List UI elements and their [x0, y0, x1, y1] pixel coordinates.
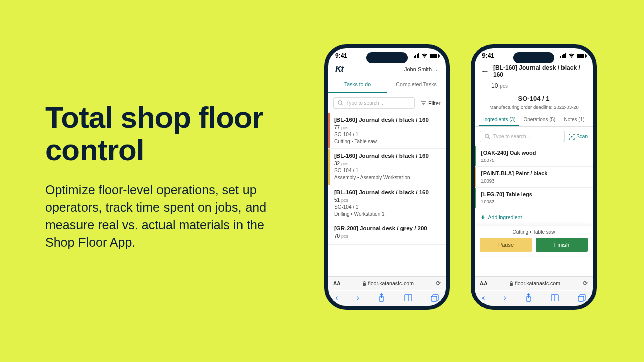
- task-item[interactable]: [BL-160] Journal desk / black / 16077 pc…: [328, 113, 446, 149]
- wifi-icon: [568, 53, 575, 58]
- svg-line-1: [341, 104, 343, 105]
- device-notch: [513, 52, 554, 63]
- chevron-down-icon: ⌄: [435, 67, 439, 72]
- svg-point-0: [338, 101, 342, 104]
- phone-tasks: 9:41 Kt John Smith ⌄ Tasks to do Complet…: [324, 44, 450, 310]
- task-item[interactable]: [BL-160] Journal desk / black / 16032 pc…: [328, 149, 446, 185]
- task-qty: 70 pcs: [334, 233, 441, 239]
- battery-icon: [430, 54, 439, 58]
- ingredient-name: [LEG-70] Table legs: [481, 191, 588, 197]
- reload-button[interactable]: ⟳: [436, 280, 441, 287]
- filter-label: Filter: [428, 100, 440, 106]
- tabs-icon[interactable]: [578, 294, 586, 302]
- back-button[interactable]: ←: [481, 67, 489, 76]
- text-size-button[interactable]: AA: [333, 281, 340, 286]
- nav-back-icon[interactable]: ‹: [335, 293, 338, 302]
- task-operation: Assembly • Assembly Workstation: [334, 175, 441, 180]
- browser-address-bar: AA floor.katanasfc.com ⟳: [328, 276, 446, 290]
- reload-button[interactable]: ⟳: [583, 280, 588, 287]
- hero-title: Total shop floor control: [45, 102, 282, 167]
- nav-forward-icon[interactable]: ›: [356, 293, 359, 302]
- url-display[interactable]: floor.katanasfc.com: [362, 280, 413, 286]
- battery-icon: [577, 54, 586, 58]
- wifi-icon: [421, 53, 428, 58]
- ingredient-item[interactable]: [OAK-240] Oak wood10075: [475, 146, 593, 167]
- signal-icon: [414, 53, 419, 58]
- svg-rect-13: [510, 283, 513, 286]
- detail-quantity: 10pcs: [475, 81, 593, 93]
- ingredient-code: 10075: [481, 157, 588, 163]
- svg-rect-9: [431, 296, 437, 301]
- ingredient-search[interactable]: [493, 134, 560, 139]
- user-menu[interactable]: John Smith ⌄: [404, 66, 439, 72]
- user-name: John Smith: [404, 66, 432, 72]
- detail-so: SO-104 / 1: [475, 93, 593, 104]
- device-notch: [366, 52, 408, 63]
- browser-toolbar: ‹ ›: [328, 291, 446, 306]
- nav-back-icon[interactable]: ‹: [482, 293, 485, 302]
- share-icon[interactable]: [525, 293, 532, 302]
- search-input-wrap[interactable]: [333, 97, 415, 109]
- task-tabs: Tasks to do Completed Tasks: [328, 77, 446, 93]
- search-input[interactable]: [346, 100, 410, 106]
- svg-line-11: [488, 137, 490, 139]
- signal-icon: [560, 53, 566, 58]
- ingredient-name: [PAINT-BLA] Paint / black: [481, 170, 588, 176]
- pause-button[interactable]: Pause: [480, 238, 532, 252]
- detail-tab[interactable]: Operations (5): [519, 114, 559, 126]
- ingredient-name: [OAK-240] Oak wood: [481, 150, 588, 156]
- scan-icon: [569, 134, 575, 140]
- tab-tasks-todo[interactable]: Tasks to do: [328, 77, 387, 93]
- add-ingredient-label: Add ingredient: [488, 214, 522, 220]
- task-title: [BL-160] Journal desk / black / 160: [334, 117, 441, 123]
- ingredients-list: [OAK-240] Oak wood10075[PAINT-BLA] Paint…: [475, 146, 593, 208]
- current-operation: Cutting • Table saw: [480, 229, 588, 235]
- ingredient-item[interactable]: [PAINT-BLA] Paint / black10093: [475, 167, 593, 188]
- browser-toolbar: ‹ ›: [475, 291, 593, 306]
- bookmarks-icon[interactable]: [551, 294, 559, 301]
- app-logo: Kt: [335, 64, 343, 74]
- task-operation: Cutting • Table saw: [334, 139, 441, 144]
- nav-forward-icon[interactable]: ›: [503, 293, 506, 302]
- task-qty: 32 pcs: [334, 161, 441, 166]
- share-icon[interactable]: [378, 293, 385, 302]
- scan-button[interactable]: Scan: [569, 134, 588, 140]
- svg-point-12: [571, 136, 573, 137]
- detail-tab[interactable]: Notes (1): [559, 114, 588, 126]
- add-ingredient-button[interactable]: + Add ingredient: [475, 208, 593, 226]
- detail-tab[interactable]: Ingredients (3): [479, 114, 519, 126]
- scan-label: Scan: [576, 134, 588, 139]
- tabs-icon[interactable]: [431, 294, 439, 302]
- bookmarks-icon[interactable]: [404, 294, 412, 301]
- task-so: SO-104 / 1: [334, 132, 441, 137]
- task-title: [GR-200] Journal desk / grey / 200: [334, 225, 441, 231]
- task-item[interactable]: [GR-200] Journal desk / grey / 20070 pcs: [328, 221, 446, 245]
- detail-deadline: Manufacturing order deadline: 2022-03-28: [475, 104, 593, 114]
- browser-address-bar: AA floor.katanasfc.com ⟳: [475, 276, 593, 290]
- ingredient-item[interactable]: [LEG-70] Table legs10083: [475, 188, 593, 208]
- plus-icon: +: [481, 213, 485, 221]
- url-display[interactable]: floor.katanasfc.com: [509, 280, 560, 286]
- tab-completed[interactable]: Completed Tasks: [387, 77, 446, 93]
- finish-button[interactable]: Finish: [536, 238, 588, 252]
- svg-point-10: [485, 134, 489, 138]
- status-time: 9:41: [335, 52, 347, 59]
- svg-rect-5: [363, 283, 366, 286]
- text-size-button[interactable]: AA: [480, 281, 487, 286]
- svg-rect-17: [578, 296, 584, 301]
- task-so: SO-104 / 1: [334, 204, 441, 210]
- task-item[interactable]: [BL-160] Journal desk / black / 16051 pc…: [328, 185, 446, 221]
- task-qty: 77 pcs: [334, 125, 441, 130]
- search-icon: [485, 134, 490, 139]
- phone-detail: 9:41 ← [BL-160] Journal desk / black / 1…: [471, 44, 597, 310]
- filter-icon: [421, 101, 426, 106]
- detail-title: [BL-160] Journal desk / black / 160: [493, 64, 587, 78]
- ingredient-search-wrap[interactable]: [480, 131, 565, 142]
- ingredient-code: 10083: [481, 199, 588, 204]
- action-panel: Cutting • Table saw Pause Finish: [475, 226, 593, 256]
- ingredient-code: 10093: [481, 178, 588, 184]
- task-title: [BL-160] Journal desk / black / 160: [334, 189, 441, 195]
- task-qty: 51 pcs: [334, 197, 441, 203]
- filter-button[interactable]: Filter: [419, 98, 442, 108]
- task-so: SO-104 / 1: [334, 168, 441, 173]
